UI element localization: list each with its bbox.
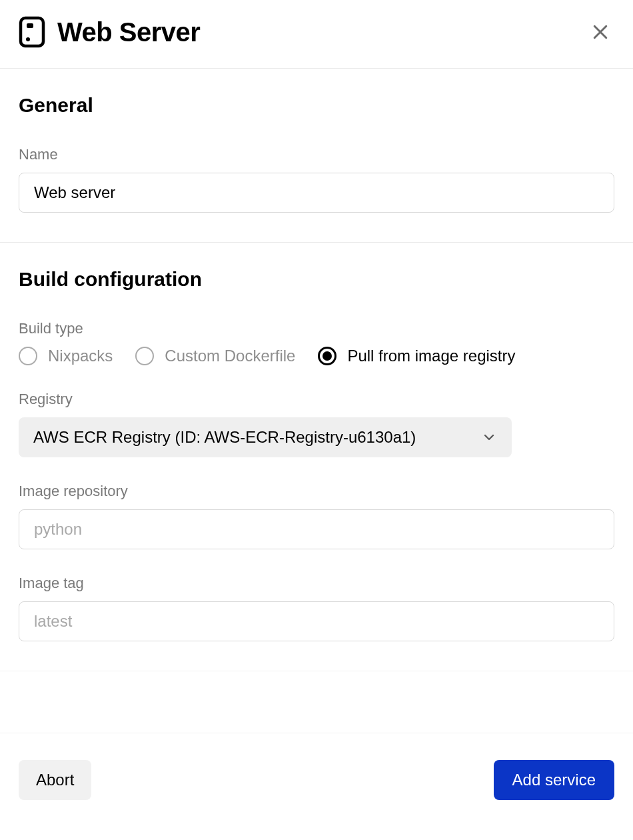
image-tag-input[interactable]: [19, 601, 614, 641]
radio-registry[interactable]: Pull from image registry: [318, 347, 515, 365]
name-input[interactable]: [19, 173, 614, 213]
radio-icon: [135, 347, 154, 365]
abort-button[interactable]: Abort: [19, 760, 91, 800]
radio-nixpacks[interactable]: Nixpacks: [19, 347, 113, 365]
header: Web Server: [0, 0, 633, 69]
radio-dockerfile[interactable]: Custom Dockerfile: [135, 347, 295, 365]
general-section: General Name: [0, 69, 633, 243]
radio-label-nixpacks: Nixpacks: [48, 347, 113, 365]
radio-icon: [318, 347, 336, 365]
server-icon: [19, 16, 45, 48]
svg-rect-1: [27, 23, 33, 28]
registry-label: Registry: [19, 391, 614, 408]
image-tag-field: Image tag: [19, 575, 614, 641]
name-label: Name: [19, 146, 614, 163]
registry-select[interactable]: AWS ECR Registry (ID: AWS-ECR-Registry-u…: [19, 417, 512, 457]
add-service-button[interactable]: Add service: [494, 760, 614, 800]
build-type-radio-group: Nixpacks Custom Dockerfile Pull from ima…: [19, 347, 614, 365]
page-title: Web Server: [57, 17, 200, 47]
svg-point-2: [26, 37, 30, 41]
build-type-label: Build type: [19, 320, 614, 337]
chevron-down-icon: [481, 429, 497, 445]
name-field: Name: [19, 146, 614, 213]
radio-icon: [19, 347, 37, 365]
registry-value: AWS ECR Registry (ID: AWS-ECR-Registry-u…: [33, 428, 416, 447]
image-repo-input[interactable]: [19, 509, 614, 549]
build-section: Build configuration Build type Nixpacks …: [0, 243, 633, 671]
image-tag-label: Image tag: [19, 575, 614, 592]
general-section-title: General: [19, 94, 614, 117]
close-button[interactable]: [586, 18, 614, 46]
image-repo-label: Image repository: [19, 483, 614, 500]
build-section-title: Build configuration: [19, 268, 614, 291]
registry-field: Registry AWS ECR Registry (ID: AWS-ECR-R…: [19, 391, 614, 457]
radio-label-dockerfile: Custom Dockerfile: [165, 347, 295, 365]
header-left: Web Server: [19, 16, 200, 48]
svg-rect-0: [21, 18, 43, 46]
radio-label-registry: Pull from image registry: [347, 347, 515, 365]
footer: Abort Add service: [0, 733, 633, 840]
close-icon: [590, 22, 610, 42]
image-repo-field: Image repository: [19, 483, 614, 549]
